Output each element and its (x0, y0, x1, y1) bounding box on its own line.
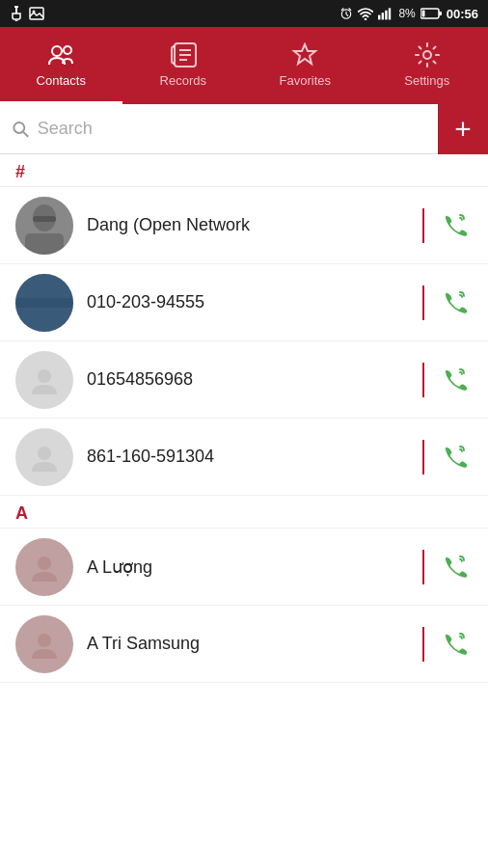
list-item[interactable]: 861-160-591304 (0, 419, 488, 496)
divider (422, 285, 424, 320)
svg-rect-7 (378, 15, 380, 20)
divider (422, 208, 424, 243)
tab-records[interactable]: Records (122, 27, 245, 104)
nav-tabs: Contacts Records Favorites Settings (0, 27, 488, 104)
divider (422, 550, 424, 584)
tab-favorites-label: Favorites (280, 73, 331, 88)
image-icon (29, 7, 44, 20)
call-icon (442, 554, 469, 581)
call-icon (442, 289, 469, 316)
section-header-hash: # (0, 154, 488, 187)
call-icon (442, 212, 469, 239)
add-icon: + (454, 115, 472, 144)
tab-contacts-label: Contacts (37, 73, 86, 88)
contact-name: A Lượng (87, 556, 409, 578)
svg-rect-1 (15, 8, 17, 14)
tab-favorites[interactable]: Favorites (244, 27, 366, 104)
svg-rect-10 (389, 8, 391, 19)
search-bar: + (0, 104, 488, 154)
avatar-image-2 (15, 274, 73, 332)
svg-rect-8 (382, 13, 384, 19)
avatar (15, 274, 73, 332)
call-button[interactable] (438, 208, 473, 243)
battery-icon (420, 8, 442, 19)
svg-rect-12 (421, 11, 424, 17)
tab-settings-label: Settings (404, 73, 449, 88)
status-right-icons: 8% 00:56 (339, 7, 478, 21)
tab-records-label: Records (160, 73, 206, 88)
svg-rect-25 (25, 233, 64, 255)
list-item[interactable]: Dang (Open Network (0, 187, 488, 264)
favorites-icon (291, 41, 318, 68)
svg-line-21 (23, 131, 28, 136)
avatar-placeholder-icon (28, 628, 61, 661)
call-icon (442, 631, 469, 658)
svg-point-14 (52, 46, 62, 56)
svg-point-29 (38, 447, 51, 460)
avatar-placeholder-icon (28, 551, 61, 583)
signal-icon (378, 7, 393, 20)
contact-name: 01654856968 (87, 369, 409, 390)
list-item[interactable]: A Tri Samsung (0, 606, 488, 683)
call-button[interactable] (438, 440, 473, 475)
svg-point-20 (14, 122, 24, 132)
call-button[interactable] (438, 550, 473, 584)
section-header-a: A (0, 496, 488, 529)
avatar (15, 428, 73, 486)
svg-point-19 (423, 51, 431, 59)
status-bar: 8% 00:56 (0, 0, 488, 27)
svg-point-6 (365, 18, 367, 20)
usb-icon (10, 6, 23, 21)
settings-icon (414, 41, 441, 68)
avatar (15, 351, 73, 409)
svg-point-31 (38, 634, 51, 647)
avatar (15, 538, 73, 596)
list-item[interactable]: 01654856968 (0, 341, 488, 419)
call-button[interactable] (438, 285, 473, 320)
call-icon (442, 366, 469, 393)
search-input[interactable] (38, 119, 426, 139)
divider (422, 440, 424, 475)
contact-name: 861-160-591304 (87, 447, 409, 467)
search-icon (12, 120, 30, 139)
contact-list: # Dang (Open Network (0, 154, 488, 868)
list-item[interactable]: A Lượng (0, 529, 488, 606)
call-button[interactable] (438, 363, 473, 397)
divider (422, 627, 424, 662)
status-left-icons (10, 6, 44, 21)
time-display: 00:56 (447, 7, 478, 21)
svg-point-15 (64, 46, 71, 54)
svg-rect-0 (14, 6, 18, 8)
svg-point-28 (38, 369, 51, 383)
avatar-placeholder-icon (28, 441, 61, 474)
call-icon (442, 444, 469, 471)
svg-rect-27 (15, 298, 73, 308)
avatar-image (15, 197, 73, 255)
tab-settings[interactable]: Settings (366, 27, 489, 104)
svg-point-30 (38, 556, 51, 570)
add-contact-button[interactable]: + (438, 104, 488, 154)
avatar-placeholder-icon (28, 364, 61, 396)
battery-text: 8% (398, 7, 415, 20)
alarm-icon (339, 7, 353, 20)
search-input-wrap (0, 119, 438, 139)
svg-rect-24 (33, 216, 56, 222)
svg-rect-13 (439, 12, 442, 15)
contact-name: 010-203-94555 (87, 292, 409, 312)
list-item[interactable]: 010-203-94555 (0, 264, 488, 341)
avatar (15, 197, 73, 255)
contact-name: Dang (Open Network (87, 215, 409, 235)
call-button[interactable] (438, 627, 473, 662)
wifi-icon (358, 7, 373, 20)
records-icon (170, 41, 197, 68)
tab-contacts[interactable]: Contacts (0, 27, 122, 104)
svg-rect-9 (386, 11, 388, 20)
contacts-icon (47, 41, 74, 68)
avatar (15, 615, 73, 673)
divider (422, 363, 424, 397)
contact-name: A Tri Samsung (87, 634, 409, 654)
